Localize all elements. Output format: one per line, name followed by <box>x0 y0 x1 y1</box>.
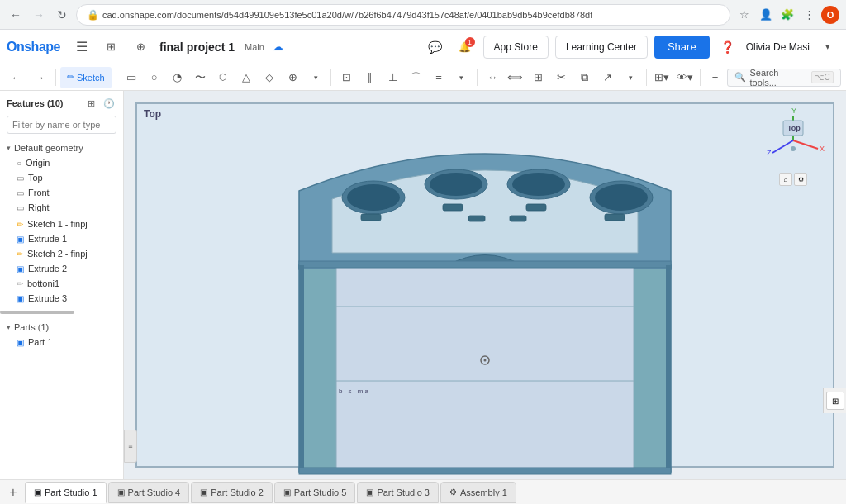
account-menu[interactable]: ▾ <box>816 36 839 59</box>
visibility-dropdown[interactable]: 👁▾ <box>674 67 696 88</box>
tools-dropdown[interactable]: ▾ <box>620 67 642 88</box>
tab-part-studio-5[interactable]: ▣ Part Studio 5 <box>274 482 356 503</box>
offset-tool[interactable]: ⧉ <box>574 67 596 88</box>
search-tools-bar[interactable]: 🔍 Search tools... ⌥C <box>727 69 840 87</box>
settings-button[interactable]: ⋮ <box>800 6 818 24</box>
default-geometry-header[interactable]: ▾ Default geometry <box>0 140 123 155</box>
sidebar-filter-input[interactable] <box>7 116 116 134</box>
sidebar-filter-icon[interactable]: ⊞ <box>83 96 98 111</box>
view-settings-button[interactable]: ⚙ <box>794 173 807 186</box>
origin-label: Origin <box>26 158 50 168</box>
app-store-button[interactable]: App Store <box>483 36 549 59</box>
constraint-tangent[interactable]: ⌒ <box>405 67 426 88</box>
sketch1-label: Sketch 1 - finpj <box>27 219 88 229</box>
constraint-dropdown[interactable]: ▾ <box>451 67 473 88</box>
url-bar[interactable]: 🔒 cad.onshape.com/documents/d54d499109e5… <box>76 4 730 26</box>
sidebar-item-extrude3[interactable]: ▣ Extrude 3 <box>0 291 123 306</box>
plus-button[interactable]: + <box>705 67 726 88</box>
share-button[interactable]: Share <box>654 36 710 59</box>
tool-6[interactable]: △ <box>235 67 257 88</box>
sidebar-item-origin[interactable]: ○ Origin <box>0 155 123 170</box>
help-button[interactable]: ❓ <box>716 36 739 59</box>
tab-1-icon: ▣ <box>34 487 41 497</box>
redo-button[interactable]: → <box>29 67 51 88</box>
viewport: Top <box>135 102 834 468</box>
sidebar-item-part1[interactable]: ▣ Part 1 <box>0 335 123 349</box>
profile-button[interactable]: 👤 <box>757 6 775 24</box>
insert-button[interactable]: ⊕ <box>130 36 153 59</box>
extrude3-label: Extrude 3 <box>28 293 67 303</box>
pattern-tool[interactable]: ⊞ <box>528 67 549 88</box>
sidebar-item-top[interactable]: ▭ Top <box>0 170 123 185</box>
tab-part-studio-2[interactable]: ▣ Part Studio 2 <box>191 482 273 503</box>
onshape-logo[interactable]: Onshape <box>7 40 60 55</box>
topbar-right: 💬 🔔 1 App Store Learning Center Share ❓ … <box>424 36 840 59</box>
svg-point-3 <box>430 173 482 196</box>
tab-part-studio-4[interactable]: ▣ Part Studio 4 <box>108 482 190 503</box>
learning-center-button[interactable]: Learning Center <box>555 36 648 59</box>
hamburger-menu[interactable]: ☰ <box>70 36 93 59</box>
notification-badge[interactable]: 🔔 1 <box>454 36 477 59</box>
svg-text:b - s - m a: b - s - m a <box>339 388 369 395</box>
add-tab-button[interactable]: + <box>3 483 23 502</box>
refresh-button[interactable]: ↻ <box>53 6 71 24</box>
sidebar-scrollbar[interactable] <box>0 309 123 316</box>
view-home-button[interactable]: ⌂ <box>779 173 792 186</box>
tab-part-studio-3[interactable]: ▣ Part Studio 3 <box>357 482 439 503</box>
rectangle-tool[interactable]: ▭ <box>121 67 142 88</box>
view-dropdown[interactable]: ⊞▾ <box>651 67 673 88</box>
tool-7[interactable]: ◇ <box>259 67 280 88</box>
tool-8[interactable]: ⊕ <box>282 67 303 88</box>
sidebar-item-sketch1[interactable]: ✏ Sketch 1 - finpj <box>0 216 123 231</box>
mirror-tool[interactable]: ⟺ <box>505 67 526 88</box>
app-topbar: Onshape ☰ ⊞ ⊕ final project 1 Main ☁ 💬 🔔… <box>0 30 846 64</box>
trim-tool[interactable]: ✂ <box>551 67 573 88</box>
tab-part-studio-1[interactable]: ▣ Part Studio 1 <box>25 482 107 503</box>
sidebar-item-extrude1[interactable]: ▣ Extrude 1 <box>0 231 123 246</box>
viewport-label: Top <box>144 108 161 120</box>
constraint-perp[interactable]: ⊥ <box>382 67 403 88</box>
right-panel-button-1[interactable]: ⊞ <box>826 392 844 410</box>
tab-4-icon: ▣ <box>117 487 125 497</box>
arc-tool[interactable]: ◔ <box>167 67 188 88</box>
parts-header[interactable]: ▾ Parts (1) <box>0 320 123 335</box>
grid-view-button[interactable]: ⊞ <box>100 36 123 59</box>
sketch-button[interactable]: ✏ Sketch <box>60 67 112 88</box>
user-name: Olivia De Masi <box>746 41 810 53</box>
undo-button[interactable]: ← <box>5 67 27 88</box>
chat-button[interactable]: 💬 <box>424 36 447 59</box>
dimension-tool[interactable]: ↔ <box>482 67 503 88</box>
svg-rect-9 <box>443 204 463 211</box>
forward-button[interactable]: → <box>30 6 48 24</box>
constraint-equal[interactable]: = <box>428 67 449 88</box>
doc-title: final project 1 <box>159 40 235 54</box>
constraint-parallel[interactable]: ∥ <box>359 67 380 88</box>
transform-tool[interactable]: ↗ <box>597 67 619 88</box>
spline-tool[interactable]: 〜 <box>190 67 212 88</box>
svg-text:Z: Z <box>767 149 772 157</box>
sidebar-item-right[interactable]: ▭ Right <box>0 200 123 215</box>
extensions-button[interactable]: 🧩 <box>778 6 796 24</box>
tab-4-label: Part Studio 4 <box>128 487 181 497</box>
avatar[interactable]: O <box>821 6 839 24</box>
sidebar-item-extrude2[interactable]: ▣ Extrude 2 <box>0 261 123 276</box>
sidebar-history-icon[interactable]: 🕐 <box>102 96 116 111</box>
circle-tool[interactable]: ○ <box>144 67 165 88</box>
canvas-area[interactable]: Top <box>124 91 846 479</box>
constraint-coincident[interactable]: ⊡ <box>335 67 357 88</box>
tool-dropdown[interactable]: ▾ <box>305 67 326 88</box>
sidebar-item-front[interactable]: ▭ Front <box>0 185 123 200</box>
polygon-tool[interactable]: ⬡ <box>212 67 234 88</box>
back-button[interactable]: ← <box>7 6 25 24</box>
svg-point-7 <box>595 184 648 211</box>
extrude1-icon: ▣ <box>17 235 24 244</box>
svg-point-5 <box>512 173 565 196</box>
sync-icon: ☁ <box>273 40 283 53</box>
orientation-cube-container[interactable]: X Y Z Top ⌂ ⚙ <box>760 107 826 174</box>
sidebar-header: Features (10) ⊞ 🕐 <box>0 91 123 116</box>
bookmark-button[interactable]: ☆ <box>735 6 753 24</box>
sidebar-item-sketch2[interactable]: ✏ Sketch 2 - finpj <box>0 246 123 261</box>
tab-assembly-1[interactable]: ⚙ Assembly 1 <box>440 482 516 503</box>
sidebar-item-bottoni[interactable]: ✏ bottoni1 <box>0 276 123 291</box>
bottoni-label: bottoni1 <box>27 278 59 288</box>
